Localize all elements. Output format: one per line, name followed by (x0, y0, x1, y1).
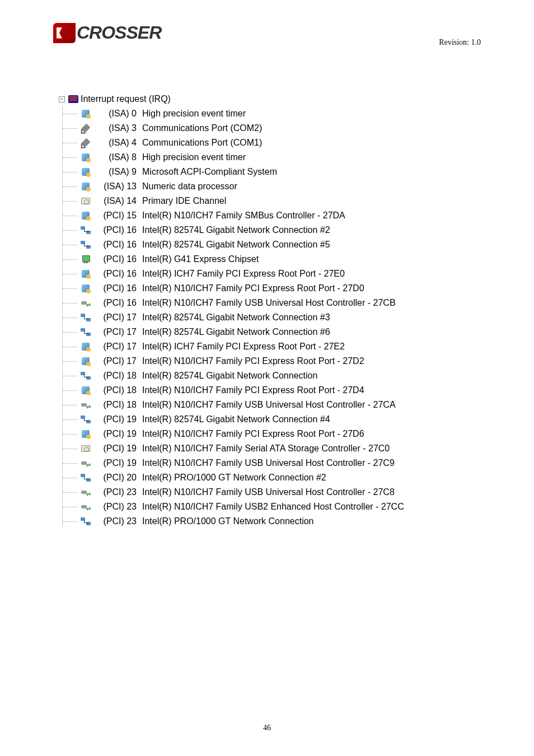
device-description: Intel(R) 82574L Gigabit Network Connecti… (142, 310, 330, 325)
irq-label: (ISA) 8 (94, 150, 137, 165)
tree-item[interactable]: (ISA) 9Microsoft ACPI-Compliant System (63, 165, 534, 179)
tree-root-label: Interrupt request (IRQ) (81, 92, 171, 106)
irq-label: (PCI) 16 (94, 296, 137, 310)
device-description: Intel(R) N10/ICH7 Family USB2 Enhanced H… (142, 500, 404, 514)
tree-item[interactable]: (PCI) 23Intel(R) N10/ICH7 Family USB2 En… (63, 500, 534, 514)
chip-icon (81, 342, 91, 352)
device-description: High precision event timer (142, 150, 246, 165)
device-description: High precision event timer (142, 106, 246, 121)
tree-item[interactable]: (PCI) 17Intel(R) 82574L Gigabit Network … (63, 325, 534, 339)
tree-item[interactable]: (ISA) 13Numeric data processor (63, 179, 534, 194)
irq-label: (PCI) 19 (94, 441, 137, 456)
tree-root-node[interactable]: − Interrupt request (IRQ) (59, 92, 534, 106)
chip-icon (81, 109, 91, 119)
device-description: Numeric data processor (142, 179, 237, 194)
tree-item[interactable]: (ISA) 8High precision event timer (63, 150, 534, 165)
tree-item[interactable]: (PCI) 19Intel(R) N10/ICH7 Family PCI Exp… (63, 427, 534, 441)
device-description: Intel(R) PRO/1000 GT Network Connection … (142, 470, 326, 485)
device-description: Intel(R) N10/ICH7 Family PCI Express Roo… (142, 281, 364, 296)
tree-item[interactable]: (PCI) 16Intel(R) 82574L Gigabit Network … (63, 237, 534, 252)
chip-icon (81, 283, 91, 293)
tree-item[interactable]: (PCI) 19Intel(R) 82574L Gigabit Network … (63, 412, 534, 427)
device-description: Intel(R) N10/ICH7 Family SMBus Controlle… (142, 208, 345, 223)
tree-item[interactable]: (ISA) 4Communications Port (COM1) (63, 136, 534, 150)
chip-icon (81, 211, 91, 221)
irq-label: (PCI) 20 (94, 470, 137, 485)
network-icon (81, 473, 91, 483)
irq-root-icon (68, 95, 78, 103)
network-icon (81, 225, 91, 235)
tree-item[interactable]: (PCI) 20Intel(R) PRO/1000 GT Network Con… (63, 470, 534, 485)
tree-item[interactable]: (PCI) 19Intel(R) N10/ICH7 Family USB Uni… (63, 456, 534, 470)
irq-label: (PCI) 18 (94, 383, 137, 398)
chip-icon (81, 356, 91, 366)
page-number: 46 (0, 724, 534, 732)
tree-item[interactable]: (ISA) 3Communications Port (COM2) (63, 121, 534, 136)
device-description: Intel(R) 82574L Gigabit Network Connecti… (142, 237, 330, 252)
usb-icon (81, 487, 91, 497)
irq-label: (PCI) 16 (94, 267, 137, 281)
brand-logo: CROSSER (53, 22, 161, 43)
device-description: Intel(R) N10/ICH7 Family USB Universal H… (142, 296, 396, 310)
device-description: Intel(R) PRO/1000 GT Network Connection (142, 514, 314, 529)
tree-item[interactable]: (PCI) 18Intel(R) N10/ICH7 Family USB Uni… (63, 398, 534, 412)
chip-icon (81, 269, 91, 279)
tree-item[interactable]: (PCI) 16Intel(R) N10/ICH7 Family USB Uni… (63, 296, 534, 310)
network-icon (81, 414, 91, 424)
device-description: Communications Port (COM1) (142, 136, 262, 150)
network-icon (81, 240, 91, 250)
network-icon (81, 371, 91, 381)
network-icon (81, 312, 91, 323)
device-description: Intel(R) 82574L Gigabit Network Connecti… (142, 325, 330, 339)
irq-label: (PCI) 17 (94, 339, 137, 354)
port-icon (81, 138, 91, 148)
irq-label: (PCI) 18 (94, 398, 137, 412)
irq-label: (PCI) 17 (94, 310, 137, 325)
irq-label: (PCI) 19 (94, 456, 137, 470)
irq-label: (ISA) 4 (94, 136, 137, 150)
network-icon (81, 327, 91, 337)
irq-label: (PCI) 23 (94, 514, 137, 529)
irq-label: (PCI) 16 (94, 252, 137, 267)
tree-item[interactable]: (PCI) 23Intel(R) N10/ICH7 Family USB Uni… (63, 485, 534, 500)
chip-icon (81, 181, 91, 192)
tree-item[interactable]: (PCI) 19Intel(R) N10/ICH7 Family Serial … (63, 441, 534, 456)
device-description: Primary IDE Channel (142, 194, 226, 208)
display-icon (81, 254, 91, 264)
irq-label: (ISA) 14 (94, 194, 137, 208)
collapse-icon[interactable]: − (59, 96, 65, 102)
tree-item[interactable]: (PCI) 17Intel(R) N10/ICH7 Family PCI Exp… (63, 354, 534, 368)
device-description: Intel(R) N10/ICH7 Family USB Universal H… (142, 398, 396, 412)
irq-label: (ISA) 3 (94, 121, 137, 136)
port-icon (81, 123, 91, 133)
usb-icon (81, 458, 91, 468)
tree-item[interactable]: (PCI) 17Intel(R) ICH7 Family PCI Express… (63, 339, 534, 354)
device-description: Intel(R) N10/ICH7 Family Serial ATA Stor… (142, 441, 390, 456)
tree-item[interactable]: (ISA) 14Primary IDE Channel (63, 194, 534, 208)
irq-label: (PCI) 16 (94, 237, 137, 252)
irq-label: (ISA) 0 (94, 106, 137, 121)
brand-text: CROSSER (77, 22, 161, 43)
tree-item[interactable]: (PCI) 16Intel(R) N10/ICH7 Family PCI Exp… (63, 281, 534, 296)
document-header: CROSSER Revision: 1.0 (0, 0, 534, 47)
tree-item[interactable]: (PCI) 15Intel(R) N10/ICH7 Family SMBus C… (63, 208, 534, 223)
tree-item[interactable]: (PCI) 18Intel(R) 82574L Gigabit Network … (63, 368, 534, 383)
usb-icon (81, 502, 91, 512)
chip-icon (81, 152, 91, 162)
tree-children: (ISA) 0High precision event timer(ISA) 3… (62, 106, 534, 529)
tree-item[interactable]: (PCI) 17Intel(R) 82574L Gigabit Network … (63, 310, 534, 325)
tree-item[interactable]: (PCI) 16Intel(R) G41 Express Chipset (63, 252, 534, 267)
tree-item[interactable]: (PCI) 23Intel(R) PRO/1000 GT Network Con… (63, 514, 534, 529)
tree-item[interactable]: (PCI) 16Intel(R) 82574L Gigabit Network … (63, 223, 534, 237)
brand-logo-icon (53, 23, 76, 43)
device-description: Intel(R) G41 Express Chipset (142, 252, 259, 267)
tree-item[interactable]: (ISA) 0High precision event timer (63, 106, 534, 121)
device-description: Intel(R) ICH7 Family PCI Express Root Po… (142, 267, 345, 281)
tree-item[interactable]: (PCI) 16Intel(R) ICH7 Family PCI Express… (63, 267, 534, 281)
device-description: Intel(R) 82574L Gigabit Network Connecti… (142, 412, 330, 427)
irq-label: (PCI) 17 (94, 354, 137, 368)
tree-item[interactable]: (PCI) 18Intel(R) N10/ICH7 Family PCI Exp… (63, 383, 534, 398)
device-description: Intel(R) ICH7 Family PCI Express Root Po… (142, 339, 345, 354)
network-icon (81, 516, 91, 526)
device-description: Intel(R) N10/ICH7 Family USB Universal H… (142, 485, 395, 500)
